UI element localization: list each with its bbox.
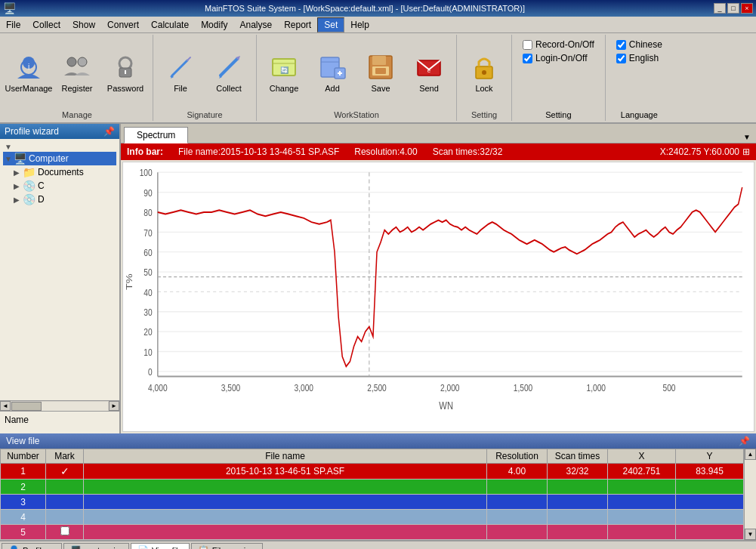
add-button[interactable]: Add [310, 49, 355, 96]
maximize-button[interactable]: □ [727, 3, 739, 14]
scroll-down[interactable]: ▼ [745, 529, 756, 540]
expand-root[interactable]: ▼ [5, 143, 14, 151]
view-file-scrollbar[interactable]: ▲ ▼ [744, 449, 756, 540]
signature-group: File Collect Signature [153, 35, 257, 121]
svg-text:500: 500 [662, 382, 675, 393]
tab-filepreview[interactable]: 📋 File preview [191, 543, 264, 550]
tab-profile-icon: 👤 [8, 545, 20, 550]
d-drive-icon: 💿 [23, 193, 35, 205]
table-row[interactable]: 5 [1, 525, 744, 540]
usermanage-label: UserManage [5, 84, 53, 93]
hscroll-left[interactable]: ◄ [0, 401, 11, 411]
lock-icon [469, 52, 499, 82]
tab-viewfile[interactable]: 📄 View file [131, 543, 190, 550]
send-button[interactable]: e Send [406, 49, 452, 96]
svg-rect-23 [375, 68, 386, 74]
cell-mark-5 [46, 525, 84, 540]
record-checkbox[interactable] [523, 40, 532, 50]
bottom-tabs: 👤 Profile ... 🖥️ system i... 📄 View file… [0, 540, 756, 549]
cell-resolution-2 [487, 480, 548, 495]
menu-file[interactable]: File [0, 18, 26, 32]
menu-calculate[interactable]: Calculate [145, 18, 195, 32]
manage-group: i UserManage Register [2, 35, 153, 121]
save-button[interactable]: Save [358, 49, 403, 96]
table-row[interactable]: 3 [1, 495, 744, 510]
tab-profile-label: Profile ... [23, 546, 55, 550]
svg-text:1,500: 1,500 [514, 382, 533, 393]
add-icon [317, 52, 347, 82]
svg-rect-21 [372, 56, 386, 65]
svg-text:100: 100 [140, 167, 153, 178]
english-checkbox[interactable] [616, 54, 626, 63]
login-checkbox[interactable] [523, 54, 532, 63]
tree-item-c[interactable]: ▶ 💿 C [3, 179, 116, 193]
collect-button[interactable]: Collect [206, 49, 251, 96]
info-resolution: Resolution:4.00 [354, 147, 417, 157]
chinese-checkbox[interactable] [616, 40, 626, 50]
menu-modify[interactable]: Modify [195, 18, 233, 32]
computer-icon: 🖥️ [14, 153, 26, 165]
svg-text:10: 10 [143, 346, 153, 357]
cell-x-3 [608, 495, 676, 510]
workstation-group: 🔄 Change Add [257, 35, 457, 121]
file-sig-icon [165, 52, 196, 82]
cell-number-2: 2 [1, 480, 46, 495]
expand-documents[interactable]: ▶ [14, 168, 23, 177]
file-button[interactable]: File [158, 49, 203, 96]
svg-text:3,500: 3,500 [221, 382, 241, 393]
menu-analyse[interactable]: Analyse [233, 18, 278, 32]
tab-system[interactable]: 🖥️ system i... [63, 543, 129, 550]
tree-item-computer[interactable]: ▼ 🖥️ Computer [3, 152, 116, 165]
tab-profile[interactable]: 👤 Profile ... [2, 543, 62, 550]
expand-d[interactable]: ▶ [14, 196, 23, 204]
minimize-button[interactable]: _ [714, 3, 726, 14]
svg-line-9 [187, 57, 190, 60]
menu-set[interactable]: Set [317, 17, 344, 32]
hscroll-thumb[interactable] [11, 402, 42, 411]
menu-collect[interactable]: Collect [26, 18, 66, 32]
menu-help[interactable]: Help [344, 18, 375, 32]
spectrum-chart[interactable]: 0 10 20 30 40 50 60 70 80 90 100 110 T% … [123, 162, 754, 431]
tree-item-documents[interactable]: ▶ 📁 Documents [3, 165, 116, 179]
register-label: Register [62, 84, 93, 93]
title-bar-controls: _ □ × [714, 3, 753, 14]
svg-text:60: 60 [143, 247, 153, 258]
cell-mark-1: ✓ [46, 464, 84, 480]
menu-show[interactable]: Show [66, 18, 101, 32]
info-coordinates: X:2402.75 Y:60.000 [660, 147, 739, 157]
add-label: Add [325, 84, 340, 93]
mark-checkbox-5[interactable] [60, 526, 69, 535]
name-text: Name [5, 415, 29, 425]
table-row[interactable]: 4 [1, 510, 744, 525]
password-button[interactable]: Password [103, 49, 148, 96]
table-row[interactable]: 2 [1, 480, 744, 495]
right-panel: Spectrum ▼ Info bar: File name:2015-10-1… [121, 124, 756, 433]
tab-dropdown[interactable]: ▼ [741, 131, 753, 143]
menu-convert[interactable]: Convert [101, 18, 145, 32]
scroll-up[interactable]: ▲ [745, 449, 756, 460]
cell-resolution-1: 4.00 [487, 464, 548, 480]
cell-scantimes-5 [548, 525, 608, 540]
hscroll-right[interactable]: ► [109, 401, 119, 411]
tree-item-d[interactable]: ▶ 💿 D [3, 193, 116, 206]
english-label: English [629, 53, 659, 63]
svg-text:20: 20 [143, 326, 153, 338]
table-row[interactable]: 1 ✓ 2015-10-13 13-46-51 SP.ASF 4.00 32/3… [1, 464, 744, 480]
svg-text:🔄: 🔄 [280, 66, 289, 75]
collect-icon [214, 52, 244, 82]
expand-computer[interactable]: ▼ [5, 155, 14, 163]
expand-c[interactable]: ▶ [14, 182, 23, 190]
close-button[interactable]: × [741, 3, 753, 14]
svg-point-3 [67, 57, 76, 66]
lock-button[interactable]: Lock [461, 49, 507, 96]
register-button[interactable]: Register [54, 49, 100, 96]
usermanage-button[interactable]: i UserManage [6, 49, 51, 96]
svg-text:2,000: 2,000 [440, 382, 460, 393]
menu-report[interactable]: Report [278, 18, 317, 32]
info-icon: ⊞ [742, 147, 750, 157]
col-x: X [608, 449, 676, 464]
profile-wizard-pin[interactable]: 📌 [103, 126, 115, 137]
change-button[interactable]: 🔄 Change [261, 49, 307, 96]
spectrum-tab[interactable]: Spectrum [124, 127, 188, 143]
register-icon [62, 52, 92, 82]
